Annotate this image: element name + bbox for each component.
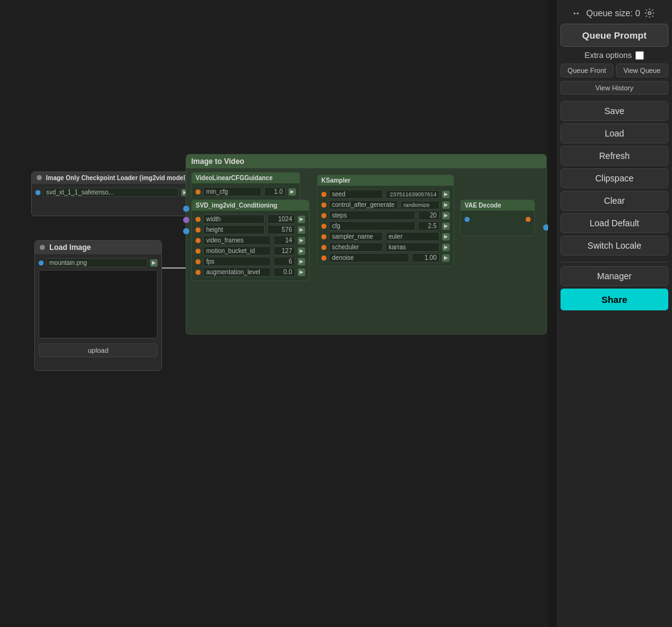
load-default-button[interactable]: Load Default	[561, 213, 668, 233]
gear-icon[interactable]	[644, 7, 655, 19]
extra-options-checkbox[interactable]	[635, 51, 644, 60]
queue-size-label: Queue size: 0	[586, 8, 640, 18]
queue-front-button[interactable]: Queue Front	[561, 64, 613, 77]
extra-options-row: Extra options	[561, 50, 668, 60]
canvas-area[interactable]: Image Only Checkpoint Loader (img2vid mo…	[0, 0, 548, 627]
view-queue-button[interactable]: View Queue	[616, 64, 669, 77]
manager-button[interactable]: Manager	[561, 266, 668, 286]
image-to-video-node: Image to Video VideoLinearCFGGuidance mi…	[186, 154, 547, 335]
clear-button[interactable]: Clear	[561, 191, 668, 211]
dots-icon[interactable]	[574, 9, 582, 17]
image-to-video-title: Image to Video	[186, 155, 546, 168]
checkpoint-loader-title: Image Only Checkpoint Loader (img2vid mo…	[32, 172, 192, 184]
queue-prompt-button[interactable]: Queue Prompt	[561, 24, 668, 47]
load-image-arrow[interactable]: ▶	[150, 259, 158, 267]
load-button[interactable]: Load	[561, 123, 668, 143]
svg-point-0	[648, 12, 651, 15]
checkpoint-loader-node: Image Only Checkpoint Loader (img2vid mo…	[31, 171, 193, 216]
upload-button[interactable]: upload	[39, 343, 158, 357]
save-button[interactable]: Save	[561, 101, 668, 121]
ksampler-node: KSampler seed 237511639057614 ▶ control_…	[317, 175, 454, 267]
refresh-button[interactable]: Refresh	[561, 146, 668, 166]
svd-conditioning-node: SVD_img2vid_Conditioning width1024▶ heig…	[191, 199, 310, 281]
vae-decode-node: VAE Decode	[460, 199, 535, 236]
sidebar: Queue size: 0 Queue Prompt Extra options…	[557, 0, 672, 627]
divider	[561, 262, 668, 262]
load-image-title: Load Image	[35, 241, 161, 254]
share-button[interactable]: Share	[561, 289, 668, 310]
switch-locale-button[interactable]: Switch Locale	[561, 236, 668, 256]
video-linear-cfg-node: VideoLinearCFGGuidance min_cfg 1.0 ▶	[191, 172, 300, 201]
min-cfg-arrow[interactable]: ▶	[288, 188, 296, 196]
clipspace-button[interactable]: Clipspace	[561, 168, 668, 188]
view-history-button[interactable]: View History	[561, 81, 668, 95]
queue-size-row: Queue size: 0	[561, 7, 668, 19]
load-image-node: Load Image mountain.png ▶ upload	[34, 240, 162, 371]
queue-front-view-row: Queue Front View Queue	[561, 64, 668, 77]
